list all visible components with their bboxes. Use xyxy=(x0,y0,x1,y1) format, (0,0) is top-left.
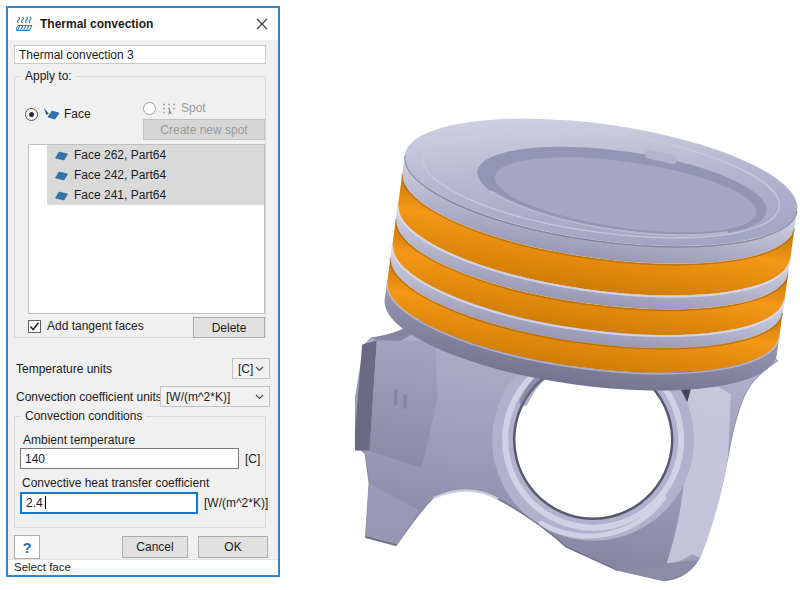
temperature-units-value: [C] xyxy=(238,362,253,376)
text-caret xyxy=(45,496,46,509)
face-list-item[interactable]: Face 262, Part64 xyxy=(29,145,264,165)
heat-transfer-coefficient-field xyxy=(20,492,198,514)
ambient-temperature-label: Ambient temperature xyxy=(23,433,135,447)
delete-button[interactable]: Delete xyxy=(193,317,265,338)
heat-transfer-coefficient-unit: [W/(m^2*K)] xyxy=(204,496,268,510)
temperature-units-label: Temperature units xyxy=(16,362,112,376)
check-icon xyxy=(29,321,40,332)
face-list-item[interactable]: Face 242, Part64 xyxy=(29,165,264,185)
face-list-label: Face 242, Part64 xyxy=(74,168,166,182)
close-button[interactable] xyxy=(252,15,272,33)
thermal-convection-dialog: Thermal convection Apply to: Face xyxy=(6,6,280,577)
coefficient-units-label: Convection coefficient units xyxy=(16,390,162,404)
apply-to-group: Apply to: Face Spot Create new spot xyxy=(14,76,266,338)
face-list-item[interactable]: Face 241, Part64 xyxy=(29,185,264,205)
face-icon xyxy=(55,170,68,181)
convection-conditions-legend: Convection conditions xyxy=(21,409,146,423)
checkbox-box xyxy=(28,320,41,333)
status-bar: Select face xyxy=(8,559,278,575)
face-list-label: Face 241, Part64 xyxy=(74,188,166,202)
piston-model xyxy=(355,110,800,590)
ambient-temperature-unit: [C] xyxy=(245,452,260,466)
condition-name-input[interactable] xyxy=(14,45,266,64)
help-button[interactable]: ? xyxy=(14,535,40,559)
face-icon xyxy=(55,190,68,201)
face-list[interactable]: Face 262, Part64 Face 242, Part64 Face 2… xyxy=(28,144,265,314)
add-tangent-label: Add tangent faces xyxy=(47,319,144,333)
add-tangent-checkbox[interactable]: Add tangent faces xyxy=(28,319,144,333)
face-list-label: Face 262, Part64 xyxy=(74,148,166,162)
dialog-title: Thermal convection xyxy=(40,17,153,31)
spot-radio[interactable]: Spot xyxy=(143,101,206,115)
face-radio-label: Face xyxy=(64,107,91,121)
spot-icon xyxy=(161,102,177,115)
thermal-convection-icon xyxy=(16,16,33,32)
close-icon xyxy=(256,18,268,30)
face-radio-circle xyxy=(25,108,38,121)
status-text: Select face xyxy=(14,561,71,573)
ok-button[interactable]: OK xyxy=(198,536,268,558)
dialog-titlebar[interactable]: Thermal convection xyxy=(8,8,278,40)
heat-transfer-coefficient-label: Convective heat transfer coefficient xyxy=(22,476,209,490)
face-icon xyxy=(55,150,68,161)
create-new-spot-button[interactable]: Create new spot xyxy=(143,119,265,140)
cancel-button[interactable]: Cancel xyxy=(122,536,188,558)
face-icon xyxy=(43,107,60,121)
coefficient-units-value: [W/(m^2*K)] xyxy=(166,390,230,404)
heat-transfer-coefficient-input[interactable] xyxy=(20,492,198,514)
apply-to-legend: Apply to: xyxy=(21,69,76,83)
chevron-down-icon xyxy=(255,366,264,372)
face-radio[interactable]: Face xyxy=(25,107,91,121)
ambient-temperature-input[interactable] xyxy=(20,448,239,469)
chevron-down-icon xyxy=(255,394,264,400)
temperature-units-dropdown[interactable]: [C] xyxy=(232,358,270,379)
spot-radio-circle xyxy=(143,102,156,115)
spot-radio-label: Spot xyxy=(181,101,206,115)
3d-viewport-piston-model[interactable] xyxy=(355,110,800,590)
coefficient-units-dropdown[interactable]: [W/(m^2*K)] xyxy=(160,386,270,407)
